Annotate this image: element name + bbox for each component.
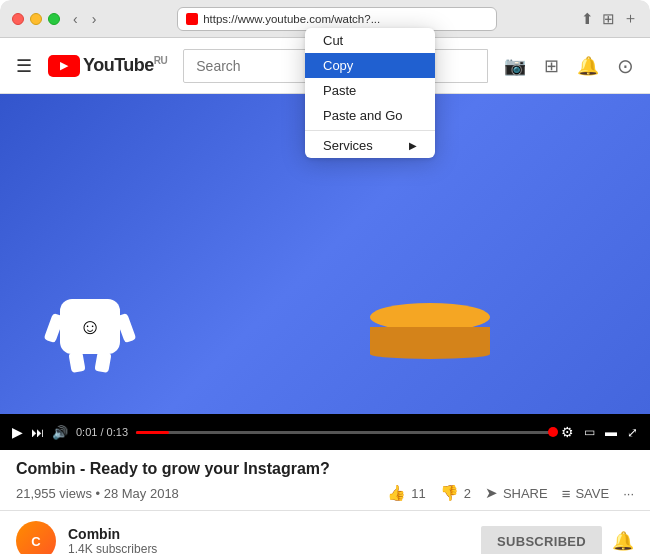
- context-menu-copy[interactable]: Copy: [305, 53, 435, 78]
- subscribe-button[interactable]: SUBSCRIBED: [481, 526, 602, 555]
- char-face: ☺: [79, 314, 101, 340]
- save-button[interactable]: ≡ SAVE: [562, 485, 609, 502]
- fullscreen-button[interactable]: ⤢: [627, 424, 638, 440]
- address-bar-container: https://www.youtube.com/watch?... Cut Co…: [109, 7, 565, 31]
- platform-body: [370, 327, 490, 349]
- channel-bell-button[interactable]: 🔔: [612, 530, 634, 552]
- share-button[interactable]: ➤ SHARE: [485, 484, 548, 502]
- channel-row: C Combin 1.4K subscribers SUBSCRIBED 🔔: [0, 511, 650, 554]
- address-bar[interactable]: https://www.youtube.com/watch?...: [177, 7, 497, 31]
- like-icon: 👍: [387, 484, 406, 502]
- progress-dot: [548, 427, 558, 437]
- miniplayer-button[interactable]: ▭: [584, 424, 595, 440]
- share-toolbar-icon[interactable]: ⬆: [581, 10, 594, 28]
- traffic-lights: [12, 13, 60, 25]
- video-stats: 21,955 views • 28 May 2018: [16, 486, 179, 501]
- platform: [370, 303, 490, 359]
- context-menu: Cut Copy Paste Paste and Go Services ▶: [305, 28, 435, 158]
- context-menu-paste-go[interactable]: Paste and Go: [305, 103, 435, 128]
- apps-grid-icon[interactable]: ⊞: [544, 55, 559, 77]
- hamburger-icon[interactable]: ☰: [16, 55, 32, 77]
- char-arm-left: [44, 313, 65, 343]
- yt-topbar-right: 📷 ⊞ 🔔 ⊙: [504, 54, 634, 78]
- next-button[interactable]: ⏭: [31, 425, 44, 440]
- progress-bar[interactable]: [136, 431, 553, 434]
- more-button[interactable]: ···: [623, 486, 634, 501]
- user-avatar-icon[interactable]: ⊙: [617, 54, 634, 78]
- volume-button[interactable]: 🔊: [52, 425, 68, 440]
- forward-button[interactable]: ›: [87, 9, 102, 29]
- play-button[interactable]: ▶: [12, 424, 23, 440]
- progress-fill: [136, 431, 169, 434]
- yt-logo: YouTubeRU: [48, 55, 167, 77]
- window-chrome: ‹ › https://www.youtube.com/watch?... Cu…: [0, 0, 650, 38]
- notifications-bell-icon[interactable]: 🔔: [577, 55, 599, 77]
- context-menu-services[interactable]: Services ▶: [305, 133, 435, 158]
- platform-bottom: [370, 349, 490, 359]
- context-menu-cut[interactable]: Cut: [305, 28, 435, 53]
- new-tab-icon[interactable]: ⊞: [602, 10, 615, 28]
- channel-avatar: C: [16, 521, 56, 554]
- char-leg-right: [94, 351, 111, 373]
- minimize-button[interactable]: [30, 13, 42, 25]
- settings-button[interactable]: ⚙: [561, 424, 574, 440]
- submenu-arrow-icon: ▶: [409, 140, 417, 151]
- time-display: 0:01 / 0:13: [76, 426, 128, 438]
- address-text: https://www.youtube.com/watch?...: [203, 13, 488, 25]
- yt-logo-icon: [48, 55, 80, 77]
- character: ☺: [60, 299, 120, 354]
- channel-avatar-inner: C: [16, 521, 56, 554]
- context-menu-divider: [305, 130, 435, 131]
- video-controls: ▶ ⏭ 🔊 0:01 / 0:13 ⚙ ▭ ▬ ⤢: [0, 414, 650, 450]
- char-arm-right: [116, 313, 137, 343]
- video-info: Combin - Ready to grow your Instagram? 2…: [0, 450, 650, 511]
- char-body: ☺: [60, 299, 120, 354]
- video-meta-row: 21,955 views • 28 May 2018 👍 11 👎 2 ➤ SH…: [16, 484, 634, 502]
- favicon-icon: [186, 13, 198, 25]
- more-icon: ···: [623, 486, 634, 501]
- like-button[interactable]: 👍 11: [387, 484, 425, 502]
- close-button[interactable]: [12, 13, 24, 25]
- dislike-button[interactable]: 👎 2: [440, 484, 471, 502]
- video-actions: 👍 11 👎 2 ➤ SHARE ≡ SAVE ···: [387, 484, 634, 502]
- video-camera-icon[interactable]: 📷: [504, 55, 526, 77]
- save-icon: ≡: [562, 485, 571, 502]
- yt-logo-ru: RU: [154, 55, 167, 66]
- context-menu-paste[interactable]: Paste: [305, 78, 435, 103]
- add-tab-icon[interactable]: ＋: [623, 9, 638, 28]
- video-title: Combin - Ready to grow your Instagram?: [16, 460, 634, 478]
- dislike-icon: 👎: [440, 484, 459, 502]
- channel-subs: 1.4K subscribers: [68, 542, 157, 554]
- char-leg-left: [68, 351, 85, 373]
- back-button[interactable]: ‹: [68, 9, 83, 29]
- share-icon: ➤: [485, 484, 498, 502]
- yt-logo-text: YouTubeRU: [83, 55, 167, 76]
- toolbar-right: ⬆ ⊞ ＋: [581, 9, 638, 28]
- theater-button[interactable]: ▬: [605, 424, 617, 440]
- channel-info: Combin 1.4K subscribers: [68, 526, 157, 554]
- maximize-button[interactable]: [48, 13, 60, 25]
- nav-buttons: ‹ ›: [68, 9, 101, 29]
- ctrl-right: ⚙ ▭ ▬ ⤢: [561, 424, 638, 440]
- channel-name[interactable]: Combin: [68, 526, 157, 542]
